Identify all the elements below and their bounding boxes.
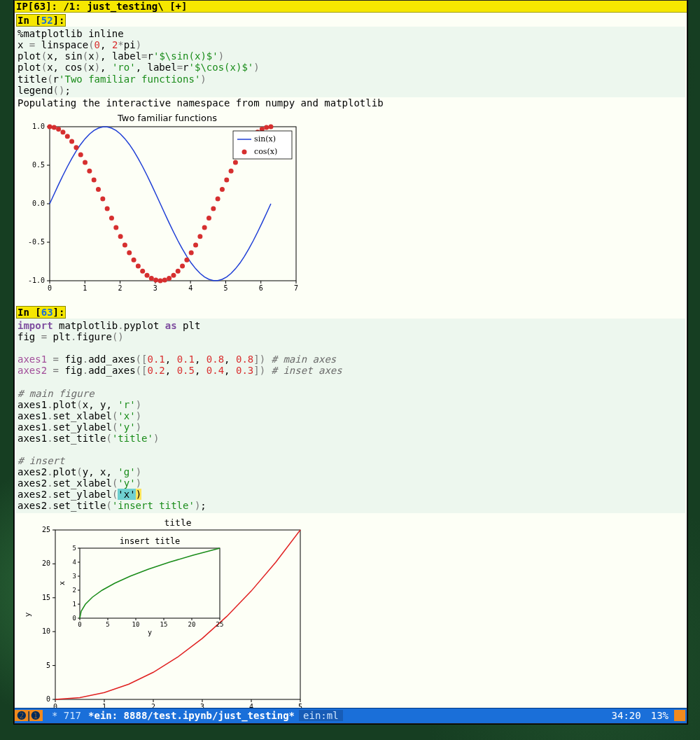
svg-text:5: 5 xyxy=(73,545,76,552)
svg-text:20: 20 xyxy=(42,559,50,567)
svg-text:3: 3 xyxy=(73,573,76,580)
svg-point-51 xyxy=(149,276,154,281)
svg-text:1: 1 xyxy=(83,284,87,292)
svg-text:Two familiar functions: Two familiar functions xyxy=(117,113,217,123)
svg-text:0: 0 xyxy=(78,621,81,628)
modeline-percent: 13% xyxy=(647,710,673,721)
sin-cos-chart: Two familiar functions01234567-1.0-0.50.… xyxy=(20,113,300,296)
svg-point-54 xyxy=(162,277,167,282)
svg-point-57 xyxy=(176,269,181,274)
svg-point-78 xyxy=(268,124,273,129)
cell-52-code[interactable]: %matplotlib inline x = linspace(0, 2*pi)… xyxy=(16,27,685,97)
modeline-modified: * 717 xyxy=(43,710,84,721)
svg-text:1: 1 xyxy=(102,703,106,708)
cell-52-output-text: Populating the interactive namespace fro… xyxy=(16,97,685,109)
svg-text:0: 0 xyxy=(73,615,76,622)
svg-point-66 xyxy=(216,196,220,201)
svg-point-28 xyxy=(48,124,52,129)
svg-point-67 xyxy=(220,187,225,192)
svg-point-50 xyxy=(145,273,150,278)
svg-text:x: x xyxy=(58,581,66,585)
svg-text:3: 3 xyxy=(153,284,158,292)
svg-point-33 xyxy=(69,139,74,144)
svg-point-59 xyxy=(184,258,189,263)
svg-point-40 xyxy=(100,196,105,201)
mode-line: ➋|➊ * 717 *ein: 8888/test.ipynb/just_tes… xyxy=(15,708,687,723)
svg-text:title: title xyxy=(164,517,191,528)
svg-point-58 xyxy=(180,263,185,268)
cell-52-prompt: In [52]: xyxy=(16,14,685,27)
svg-point-82 xyxy=(242,149,247,154)
svg-text:1.0: 1.0 xyxy=(32,123,45,130)
svg-text:cos(x): cos(x) xyxy=(254,147,277,156)
svg-text:0: 0 xyxy=(53,703,57,708)
svg-point-64 xyxy=(206,216,211,221)
cell-63-figure: title0123450510152025xyinsert title05101… xyxy=(16,513,685,708)
svg-text:0: 0 xyxy=(46,695,50,703)
svg-text:0.5: 0.5 xyxy=(32,161,45,169)
svg-text:15: 15 xyxy=(160,621,168,628)
cell-63-prompt: In [63]: xyxy=(16,306,685,319)
svg-text:4: 4 xyxy=(249,703,253,708)
svg-text:6: 6 xyxy=(259,284,263,292)
svg-text:-0.5: -0.5 xyxy=(28,238,45,246)
svg-point-43 xyxy=(113,225,118,230)
svg-point-49 xyxy=(140,269,145,274)
svg-point-35 xyxy=(78,152,83,157)
svg-text:25: 25 xyxy=(42,526,50,533)
svg-point-61 xyxy=(193,242,198,247)
svg-point-55 xyxy=(167,276,172,281)
svg-point-62 xyxy=(197,234,202,239)
svg-text:20: 20 xyxy=(188,621,196,628)
svg-point-31 xyxy=(60,130,65,134)
svg-point-56 xyxy=(171,273,176,278)
svg-text:25: 25 xyxy=(216,621,224,628)
svg-text:2: 2 xyxy=(73,587,76,594)
svg-point-44 xyxy=(118,234,123,239)
svg-text:y: y xyxy=(23,612,32,617)
modeline-indicator: ➋|➊ xyxy=(15,710,43,721)
svg-text:1: 1 xyxy=(73,601,76,608)
svg-text:0.0: 0.0 xyxy=(32,200,45,207)
svg-point-38 xyxy=(92,177,97,182)
svg-text:5: 5 xyxy=(106,621,109,628)
svg-text:5: 5 xyxy=(223,284,227,292)
svg-point-41 xyxy=(105,206,110,211)
svg-point-77 xyxy=(264,125,269,130)
modeline-position: 34:20 xyxy=(606,710,647,721)
svg-point-70 xyxy=(233,160,238,165)
svg-point-47 xyxy=(132,258,136,263)
svg-text:5: 5 xyxy=(46,661,50,669)
inset-chart: title0123450510152025xyinsert title05101… xyxy=(20,517,307,708)
svg-text:2: 2 xyxy=(151,703,155,708)
svg-point-65 xyxy=(211,206,216,211)
svg-rect-113 xyxy=(80,548,220,618)
buffer-content[interactable]: In [52]: %matplotlib inline x = linspace… xyxy=(15,13,687,707)
svg-text:y: y xyxy=(148,629,152,636)
svg-text:-1.0: -1.0 xyxy=(28,277,45,284)
svg-point-42 xyxy=(109,216,114,221)
svg-point-29 xyxy=(52,125,57,130)
svg-point-52 xyxy=(153,277,158,282)
svg-point-37 xyxy=(87,168,92,173)
cell-63-code[interactable]: import matplotlib.pyplot as plt fig = pl… xyxy=(16,319,685,513)
cell-52-figure: Two familiar functions01234567-1.0-0.50.… xyxy=(16,109,685,300)
svg-point-68 xyxy=(224,177,229,182)
svg-point-30 xyxy=(56,127,61,132)
title-bar: IP[63]: /1: just_testing\ [+] xyxy=(15,1,687,13)
svg-point-60 xyxy=(189,250,194,255)
svg-text:2: 2 xyxy=(118,284,122,292)
svg-point-39 xyxy=(96,187,101,192)
modeline-major-mode: ein:ml xyxy=(299,710,343,721)
svg-point-45 xyxy=(122,242,127,247)
svg-text:insert title: insert title xyxy=(120,536,181,546)
svg-text:0: 0 xyxy=(48,284,52,292)
svg-text:sin(x): sin(x) xyxy=(254,134,276,144)
svg-point-48 xyxy=(136,263,141,268)
svg-text:3: 3 xyxy=(200,703,204,708)
svg-point-46 xyxy=(127,250,132,255)
svg-text:7: 7 xyxy=(294,284,298,292)
svg-text:10: 10 xyxy=(42,627,50,635)
svg-text:10: 10 xyxy=(132,621,140,628)
svg-text:4: 4 xyxy=(73,559,76,566)
